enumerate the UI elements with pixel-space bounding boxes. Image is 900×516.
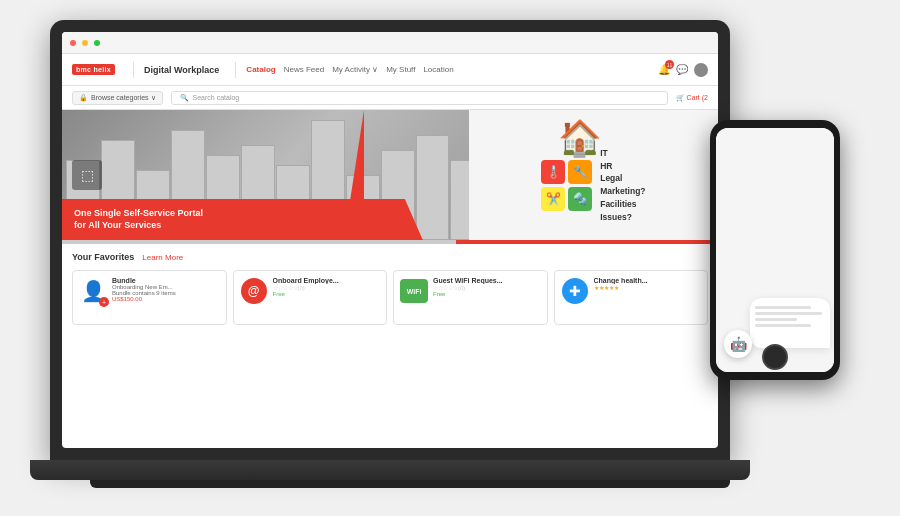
nav-my-activity[interactable]: My Activity ∨ — [332, 65, 378, 74]
minimize-dot[interactable] — [82, 40, 88, 46]
search-input[interactable]: 🔍 Search catalog — [171, 91, 668, 105]
learn-more-link[interactable]: Learn More — [142, 253, 183, 262]
bundle-price: US$150.00 — [112, 296, 220, 302]
nav-news-feed[interactable]: News Feed — [284, 65, 324, 74]
messages-icon[interactable]: 💬 — [676, 64, 688, 75]
house-icon: 🏠 — [558, 118, 602, 159]
maximize-dot[interactable] — [94, 40, 100, 46]
close-dot[interactable] — [70, 40, 76, 46]
service-icon-tool: 🔩 — [568, 187, 592, 211]
wifi-title: Guest WiFi Reques... — [433, 277, 541, 284]
search-placeholder: Search catalog — [193, 94, 240, 101]
cart-area[interactable]: 🛒 Cart (2 — [676, 94, 708, 102]
search-icon: 🔍 — [180, 94, 189, 102]
onboard-info: Onboard Employe... ☆☆☆☆☆(0) Free — [273, 277, 381, 297]
service-icon-thermometer: 🌡️ — [541, 160, 565, 184]
service-icons-grid: 🌡️ 🔧 ✂️ 🔩 — [541, 160, 592, 211]
bundle-icon: 👤 + — [79, 277, 107, 305]
fav-card-onboard[interactable]: @ Onboard Employe... ☆☆☆☆☆(0) Free — [233, 270, 388, 325]
bundle-title: Bundle — [112, 277, 220, 284]
hero-banner: ⬚ One Single Self-Service Portalfor All … — [62, 110, 718, 240]
onboard-stars: ☆☆☆☆☆(0) — [273, 284, 381, 291]
laptop: bmc helix Digital Workplace Catalog News… — [50, 20, 730, 500]
health-title: Change health... — [594, 277, 702, 284]
exit-icon: ⬚ — [81, 167, 94, 183]
phone-screen: 🤖 — [716, 128, 834, 372]
nav-location[interactable]: Location — [423, 65, 453, 74]
cart-label: Cart (2 — [687, 94, 708, 101]
fav-card-health[interactable]: ✚ Change health... ★★★★★ — [554, 270, 709, 325]
chat-line — [755, 318, 797, 321]
hero-right-text: ITHRLegalMarketing?FacilitiesIssues? — [600, 147, 645, 224]
cart-icon: 🛒 — [676, 94, 685, 101]
laptop-screen: bmc helix Digital Workplace Catalog News… — [62, 32, 718, 448]
lock-icon: 🔒 — [79, 94, 88, 102]
fav-card-bundle[interactable]: 👤 + Bundle Onboarding New Em... Bundle c… — [72, 270, 227, 325]
browser-topbar — [62, 32, 718, 54]
hero-left-icon: ⬚ — [72, 160, 102, 190]
health-stars: ★★★★★ — [594, 284, 702, 291]
hero-text-area: One Single Self-Service Portalfor All Yo… — [62, 199, 423, 240]
nav-catalog[interactable]: Catalog — [246, 65, 275, 74]
browse-categories-button[interactable]: 🔒 Browse categories ∨ — [72, 91, 163, 105]
scene: bmc helix Digital Workplace Catalog News… — [0, 0, 900, 516]
notification-badge: 11 — [665, 60, 674, 69]
service-icon-wrench: 🔧 — [568, 160, 592, 184]
laptop-outer: bmc helix Digital Workplace Catalog News… — [50, 20, 730, 460]
laptop-foot — [90, 480, 730, 488]
app-title: Digital Workplace — [144, 65, 219, 75]
chatbot-bubble — [750, 298, 830, 348]
logo-area: bmc helix — [72, 64, 115, 75]
onboard-price: Free — [273, 291, 381, 297]
favorites-title: Your Favorites — [72, 252, 134, 262]
chat-line — [755, 306, 811, 309]
chat-lines — [755, 306, 825, 327]
hero-arrow — [344, 110, 364, 240]
service-icon-scissors: ✂️ — [541, 187, 565, 211]
user-avatar[interactable] — [694, 63, 708, 77]
bundle-info: Bundle Onboarding New Em... Bundle conta… — [112, 277, 220, 302]
chatbot-avatar[interactable]: 🤖 — [724, 330, 752, 358]
onboard-icon: @ — [240, 277, 268, 305]
health-icon: ✚ — [561, 277, 589, 305]
bmc-helix-logo: bmc helix — [72, 64, 115, 75]
favorites-section: Your Favorites Learn More 👤 + Bundle — [62, 244, 718, 333]
wifi-price: Free — [433, 291, 541, 297]
hero-right-panel: 🏠 🌡️ 🔧 ✂️ 🔩 ITHRLegalMarketing?Facilitie… — [469, 110, 718, 240]
nav-icons: 🔔 11 💬 — [658, 63, 708, 77]
building — [416, 135, 450, 240]
nav-my-stuff[interactable]: My Stuff — [386, 65, 415, 74]
phone-home-button[interactable] — [762, 344, 788, 370]
phone: 🤖 — [710, 120, 840, 380]
navbar: bmc helix Digital Workplace Catalog News… — [62, 54, 718, 86]
fav-card-wifi[interactable]: WiFi Guest WiFi Reques... ☆☆☆☆☆(0) Free — [393, 270, 548, 325]
favorites-header: Your Favorites Learn More — [72, 252, 708, 262]
notifications-icon[interactable]: 🔔 11 — [658, 64, 670, 75]
chat-line — [755, 324, 811, 327]
laptop-base — [30, 460, 750, 480]
wifi-icon: WiFi — [400, 277, 428, 305]
nav-separator-2 — [235, 62, 236, 78]
robot-icon: 🤖 — [730, 336, 747, 352]
chat-line — [755, 312, 822, 315]
search-bar: 🔒 Browse categories ∨ 🔍 Search catalog 🛒… — [62, 86, 718, 110]
wifi-info: Guest WiFi Reques... ☆☆☆☆☆(0) Free — [433, 277, 541, 297]
browse-label: Browse categories ∨ — [91, 94, 156, 102]
favorites-cards: 👤 + Bundle Onboarding New Em... Bundle c… — [72, 270, 708, 325]
health-info: Change health... ★★★★★ — [594, 277, 702, 291]
nav-separator — [133, 62, 134, 78]
onboard-title: Onboard Employe... — [273, 277, 381, 284]
phone-content: 🤖 — [716, 128, 834, 372]
wifi-stars: ☆☆☆☆☆(0) — [433, 284, 541, 291]
